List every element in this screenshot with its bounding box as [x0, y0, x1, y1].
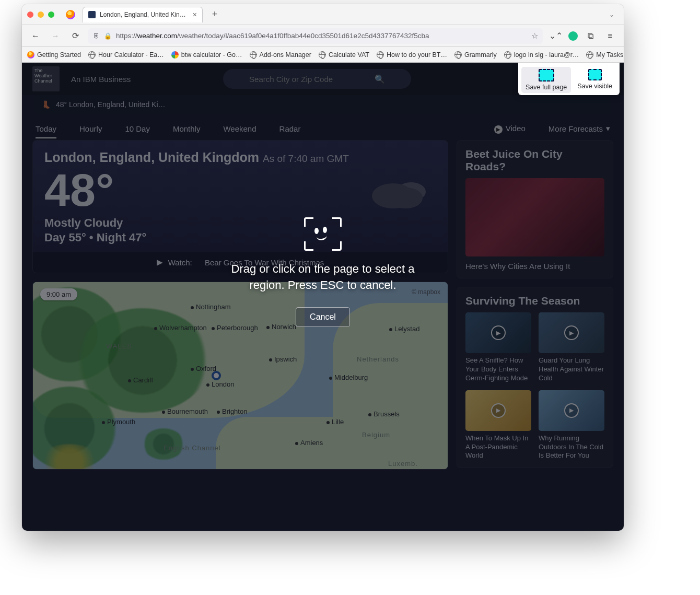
- save-visible-button[interactable]: Save visible: [573, 67, 616, 93]
- bookmark-item[interactable]: btw calculator - Go…: [171, 51, 242, 59]
- bookmark-star-icon[interactable]: ☆: [531, 31, 538, 41]
- bookmark-item[interactable]: Grammarly: [454, 51, 497, 59]
- pocket-icon[interactable]: ⌄⌃: [549, 29, 563, 43]
- browser-tab[interactable]: London, England, United Kingdo ×: [83, 7, 203, 22]
- screenshot-instruction: Drag or click on the page to select a re…: [224, 261, 422, 294]
- globe-icon: [454, 51, 462, 59]
- shield-icon[interactable]: ⛨: [93, 32, 100, 40]
- titlebar: London, England, United Kingdo × + ⌄: [22, 4, 624, 25]
- firefox-icon: [66, 10, 75, 19]
- globe-icon: [377, 51, 384, 59]
- bookmark-item[interactable]: How to do your BT…: [377, 51, 447, 59]
- tab-favicon: [88, 11, 96, 18]
- full-page-icon: [539, 69, 554, 81]
- globe-icon: [250, 51, 257, 59]
- minimize-window[interactable]: [38, 11, 44, 18]
- close-tab-icon[interactable]: ×: [193, 10, 197, 19]
- back-button[interactable]: ←: [28, 29, 43, 43]
- visible-area-icon: [588, 69, 602, 80]
- list-tabs-button[interactable]: ⌄: [605, 9, 619, 20]
- bookmark-item[interactable]: Add-ons Manager: [250, 51, 311, 59]
- bookmark-item[interactable]: My Tasks - Planner: [586, 51, 624, 59]
- close-window[interactable]: [27, 11, 33, 18]
- app-menu-button[interactable]: ≡: [603, 29, 617, 43]
- screenshot-prompt: Drag or click on the page to select a re…: [22, 217, 624, 327]
- cancel-button[interactable]: Cancel: [296, 307, 350, 327]
- firefox-icon: [27, 51, 34, 59]
- globe-icon: [319, 51, 326, 59]
- bookmark-item[interactable]: Hour Calculator - Ea…: [88, 51, 164, 59]
- bookmark-item[interactable]: Getting Started: [27, 51, 81, 59]
- bookmark-item[interactable]: logo in sig - laura@r…: [504, 51, 579, 59]
- extensions-icon[interactable]: ⧉: [583, 29, 598, 43]
- toolbar: ← → ⟳ ⛨ 🔒 https://weather.com/weather/to…: [22, 25, 624, 47]
- google-icon: [171, 51, 179, 59]
- globe-icon: [504, 51, 511, 59]
- screenshot-face-icon: [304, 217, 342, 251]
- grammarly-extension-icon[interactable]: [568, 31, 578, 41]
- bookmark-item[interactable]: Calculate VAT: [319, 51, 369, 59]
- globe-icon: [88, 51, 96, 59]
- save-full-page-button[interactable]: Save full page: [521, 67, 571, 93]
- address-bar[interactable]: ⛨ 🔒 https://weather.com/weather/today/l/…: [88, 28, 543, 44]
- reload-button[interactable]: ⟳: [68, 29, 83, 43]
- maximize-window[interactable]: [48, 11, 54, 18]
- new-tab-button[interactable]: +: [208, 8, 221, 21]
- globe-icon: [586, 51, 593, 59]
- url-text: https://weather.com/weather/today/l/aac6…: [116, 32, 527, 40]
- browser-window: London, England, United Kingdo × + ⌄ ← →…: [22, 4, 624, 531]
- page-content: The Weather Channel An IBM Business Sear…: [22, 63, 624, 531]
- screenshot-save-panel: Save full page Save visible: [518, 63, 620, 95]
- tab-title: London, England, United Kingdo: [100, 11, 189, 18]
- window-controls: [27, 11, 54, 18]
- bookmarks-bar: Getting Started Hour Calculator - Ea… bt…: [22, 47, 624, 63]
- lock-icon[interactable]: 🔒: [104, 32, 112, 40]
- forward-button: →: [48, 29, 63, 43]
